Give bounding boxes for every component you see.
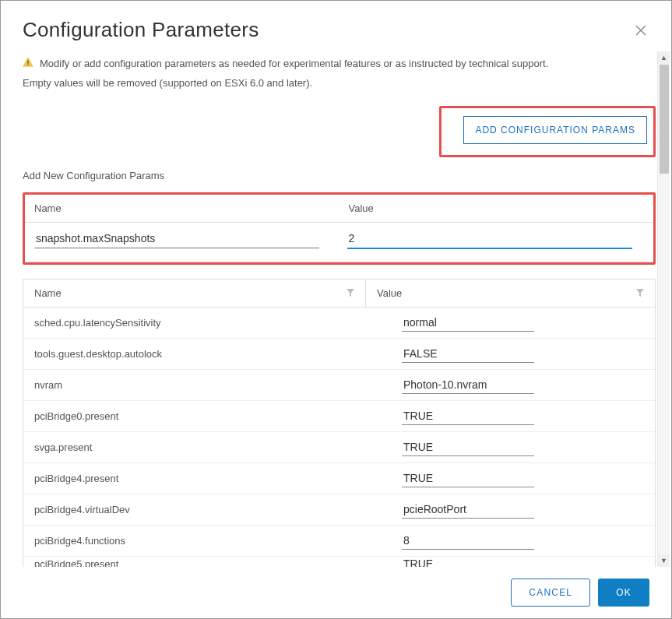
param-name: pciBridge5.present xyxy=(23,557,391,567)
add-new-section-label: Add New Configuration Params xyxy=(23,170,656,181)
param-name: pciBridge4.present xyxy=(23,466,391,491)
new-params-header: Name Value xyxy=(25,195,653,223)
new-param-value-header: Value xyxy=(340,195,654,222)
ok-button[interactable]: OK xyxy=(598,579,649,607)
param-value-input[interactable] xyxy=(402,407,534,425)
table-header: Name Value xyxy=(23,280,655,308)
col-name-header: Name xyxy=(34,287,62,299)
scroll-area: Modify or add configuration parameters a… xyxy=(1,51,671,567)
svg-marker-5 xyxy=(347,289,354,297)
param-value-input[interactable] xyxy=(402,345,534,363)
subnote-text: Empty values will be removed (supported … xyxy=(23,76,656,92)
table-row: sched.cpu.latencySensitivity xyxy=(23,308,655,339)
new-param-name-input[interactable] xyxy=(34,229,319,248)
col-value-header: Value xyxy=(377,287,402,299)
svg-rect-4 xyxy=(27,65,28,65)
table-row: nvram xyxy=(23,370,655,401)
param-name: pciBridge4.virtualDev xyxy=(23,498,391,522)
warning-row: Modify or add configuration parameters a… xyxy=(23,56,656,72)
table-row: tools.guest.desktop.autolock xyxy=(23,339,655,370)
new-params-row xyxy=(25,223,653,262)
svg-rect-3 xyxy=(27,60,28,63)
param-value-input[interactable] xyxy=(402,314,534,332)
param-name: sched.cpu.latencySensitivity xyxy=(23,311,391,335)
param-name: nvram xyxy=(23,373,391,397)
config-params-table: Name Value sched.cpu.latencySensitivity xyxy=(23,279,656,567)
scroll-content: Modify or add configuration parameters a… xyxy=(23,51,656,567)
dialog-header: Configuration Parameters xyxy=(1,1,671,51)
dialog-config-parameters: Configuration Parameters Modify or add c… xyxy=(0,0,672,619)
table-row: pciBridge0.present xyxy=(23,401,655,432)
param-name: svga.present xyxy=(23,435,391,459)
table-row: pciBridge4.present xyxy=(23,463,655,494)
scrollbar[interactable]: ▲ ▼ xyxy=(657,51,670,567)
param-value-input[interactable] xyxy=(402,438,534,456)
table-row: pciBridge4.functions xyxy=(23,526,655,557)
new-params-highlight: Name Value xyxy=(23,192,656,265)
svg-marker-6 xyxy=(636,289,644,297)
param-name: tools.guest.desktop.autolock xyxy=(23,342,391,366)
param-value-input[interactable] xyxy=(402,470,534,487)
cancel-button[interactable]: CANCEL xyxy=(511,579,590,607)
table-row: pciBridge5.present xyxy=(23,557,655,567)
dialog-title: Configuration Parameters xyxy=(23,18,259,42)
param-name: pciBridge0.present xyxy=(23,404,391,428)
table-row: pciBridge4.virtualDev xyxy=(23,494,655,526)
dialog-footer: CANCEL OK xyxy=(1,567,671,618)
scroll-up-arrow-icon[interactable]: ▲ xyxy=(658,51,670,64)
scrollbar-thumb[interactable] xyxy=(660,65,669,174)
close-icon[interactable] xyxy=(632,22,649,39)
add-params-highlight: ADD CONFIGURATION PARAMS xyxy=(439,106,656,157)
warning-text: Modify or add configuration parameters a… xyxy=(40,56,548,72)
param-value-input[interactable] xyxy=(402,376,534,394)
param-value-input[interactable] xyxy=(402,532,534,550)
table-row: svga.present xyxy=(23,432,655,463)
new-param-value-input[interactable] xyxy=(347,229,632,249)
new-param-name-header: Name xyxy=(25,195,340,222)
filter-icon[interactable] xyxy=(347,287,354,299)
param-name: pciBridge4.functions xyxy=(23,529,391,553)
param-value-input[interactable] xyxy=(402,501,534,519)
scroll-down-arrow-icon[interactable]: ▼ xyxy=(658,554,670,567)
add-config-params-button[interactable]: ADD CONFIGURATION PARAMS xyxy=(463,116,647,144)
param-value-input[interactable] xyxy=(402,557,534,567)
warning-icon xyxy=(23,57,33,70)
filter-icon[interactable] xyxy=(636,287,644,299)
